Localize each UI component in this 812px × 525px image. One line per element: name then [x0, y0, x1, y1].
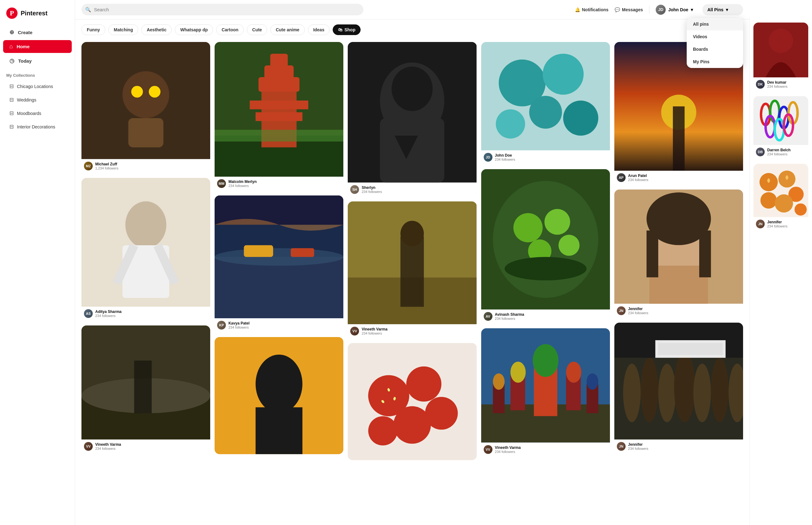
pin-card[interactable]: AV Avinash Sharma 234 followers [481, 169, 610, 324]
pin-followers: 234 followers [767, 152, 791, 156]
tag-funny[interactable]: Funny [81, 25, 105, 35]
pin-avatar: KP [217, 321, 226, 330]
pin-followers: 234 followers [495, 317, 524, 320]
pin-card[interactable] [215, 337, 343, 454]
svg-point-44 [369, 375, 409, 416]
pin-footer: MM Malcolm Merlyn 234 followers [215, 177, 343, 191]
nav-home[interactable]: ⌂ Home [3, 40, 72, 53]
tag-matching[interactable]: Matching [108, 25, 138, 35]
pin-followers: 234 followers [362, 331, 388, 335]
messages-label: Messages [622, 7, 643, 12]
tag-ideas[interactable]: Ideas [308, 25, 330, 35]
pin-card[interactable]: SH Sherlyn 234 followers [348, 42, 477, 197]
collection-chicago[interactable]: ⊟ Chicago Locations [3, 80, 72, 92]
pin-card-right[interactable]: DK Dev kumar 234 followers [753, 22, 808, 92]
nav-home-label: Home [17, 44, 30, 49]
pin-username: Arun Patel [628, 174, 648, 178]
pinterest-logo-icon: P [6, 7, 17, 19]
nav-create[interactable]: ⊕ Create [3, 26, 72, 39]
pin-card[interactable]: AS Aditya Sharma 234 followers [81, 178, 210, 321]
collection-interior-label: Interior Decorations [17, 124, 55, 129]
main-content: 🔍 🔔 Notifications 💬 Messages JD John Doe… [75, 0, 749, 525]
pin-username: Vineeth Varma [95, 442, 121, 447]
pin-avatar: SH [350, 185, 359, 194]
tags-row: Funny Matching Aesthetic Whatsapp dp Car… [81, 25, 743, 36]
notifications-button[interactable]: 🔔 Notifications [575, 7, 609, 12]
pin-card[interactable]: VV Vineeth Varma 234 followers [81, 326, 210, 454]
pin-avatar: AV [484, 312, 493, 321]
svg-point-3 [131, 86, 143, 97]
app-name: Pinterest [21, 10, 48, 17]
tag-shop[interactable]: 🛍 Shop [333, 25, 361, 35]
user-menu[interactable]: JD John Doe ▾ [656, 5, 693, 15]
tag-aesthetic[interactable]: Aesthetic [141, 25, 172, 35]
pin-footer: AV Avinash Sharma 234 followers [481, 310, 610, 324]
pin-user-info: Vineeth Varma 234 followers [95, 442, 121, 450]
pin-col-2: MM Malcolm Merlyn 234 followers [215, 42, 343, 454]
collection-moodboards[interactable]: ⊟ Moodboards [3, 107, 72, 119]
tag-cute-anime[interactable]: Cute anime [270, 25, 304, 35]
pin-card[interactable]: VV Vineeth Varma 234 followers [481, 328, 610, 457]
tag-whatsapp[interactable]: Whatsapp dp [175, 25, 213, 35]
filter-option-videos[interactable]: Videos [687, 30, 743, 43]
avatar: JD [656, 5, 666, 15]
pin-card[interactable]: MM Malcolm Merlyn 234 followers [215, 42, 343, 191]
pin-card[interactable]: MZ Michael Zuff 1,234 followers [81, 42, 210, 174]
pin-card[interactable]: JD John Doe 234 followers [481, 42, 610, 165]
svg-point-88 [693, 364, 711, 422]
svg-rect-2 [129, 118, 164, 147]
pin-card[interactable] [348, 343, 477, 460]
today-icon: ◷ [10, 57, 14, 64]
tag-cartoon[interactable]: Cartoon [216, 25, 244, 35]
pin-user-info: Jennifer 234 followers [767, 220, 787, 228]
tag-cute[interactable]: Cute [247, 25, 267, 35]
pin-avatar: VV [84, 442, 93, 451]
svg-point-64 [532, 344, 558, 377]
pin-card-right[interactable]: JN Jennifer 234 followers [753, 164, 808, 231]
messages-button[interactable]: 💬 Messages [615, 7, 643, 12]
collection-weddings[interactable]: ⊟ Weddings [3, 94, 72, 106]
svg-point-94 [769, 29, 793, 53]
pin-followers: 234 followers [228, 184, 257, 188]
search-input[interactable] [81, 4, 363, 15]
svg-rect-11 [134, 361, 152, 413]
svg-rect-80 [647, 230, 658, 278]
nav-today[interactable]: ◷ Today [3, 54, 72, 68]
svg-point-28 [256, 355, 303, 413]
collection-interior[interactable]: ⊟ Interior Decorations [3, 121, 72, 133]
header-divider [649, 6, 649, 14]
pin-user-info: Sherlyn 234 followers [362, 185, 382, 194]
pin-card[interactable]: JN Jennifer 234 followers [614, 322, 743, 454]
pin-card[interactable]: JN Jennifer 234 followers [614, 190, 743, 318]
right-panel: DK Dev kumar 234 followers DB Darren Bel… [749, 17, 812, 525]
filter-dropdown-wrapper: All Pins ▾ All pins Videos Boards My Pin… [702, 4, 743, 15]
message-icon: 💬 [615, 7, 620, 12]
svg-rect-81 [699, 230, 711, 278]
pin-avatar: JD [484, 153, 493, 162]
pin-card[interactable]: VV Vineeth Varma 234 followers [348, 201, 477, 339]
pin-username: Kavya Patel [228, 321, 250, 326]
pin-followers: 234 followers [767, 224, 787, 228]
nav-today-label: Today [18, 58, 32, 64]
pin-card-right[interactable]: DB Darren Belch 234 followers [753, 96, 808, 160]
filter-option-allpins[interactable]: All pins [687, 18, 743, 30]
pin-card[interactable]: KP Kavya Patel 234 followers [215, 195, 343, 333]
svg-point-42 [369, 416, 397, 446]
filter-option-mypins[interactable]: My Pins [687, 56, 743, 68]
collection-interior-icon: ⊟ [10, 123, 14, 130]
pin-avatar: VV [484, 445, 493, 454]
svg-point-50 [543, 54, 584, 94]
svg-rect-33 [380, 118, 445, 183]
svg-point-84 [623, 364, 641, 422]
collection-weddings-icon: ⊟ [10, 96, 14, 103]
username-label: John Doe [668, 7, 688, 12]
svg-point-23 [215, 248, 343, 266]
svg-point-72 [586, 373, 598, 390]
svg-point-32 [392, 67, 433, 111]
pin-username: Aditya Sharma [95, 310, 122, 314]
filter-option-boards[interactable]: Boards [687, 43, 743, 56]
search-bar: 🔍 [81, 4, 363, 15]
pin-footer: DK Dev kumar 234 followers [753, 77, 808, 92]
filter-dropdown-button[interactable]: All Pins ▾ [702, 4, 743, 15]
filter-label: All Pins [707, 7, 723, 12]
